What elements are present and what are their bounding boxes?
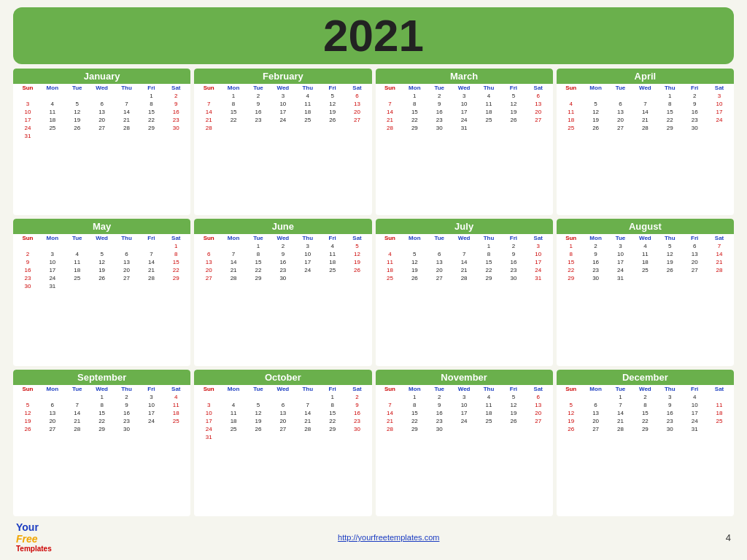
day-cell: 4	[476, 393, 501, 401]
day-cell: 30	[427, 124, 452, 132]
day-cell: 9	[246, 100, 271, 108]
days-grid: 1234567891011121314151617181920212223242…	[196, 92, 369, 133]
day-cell	[196, 393, 221, 401]
day-cell	[246, 124, 271, 132]
day-cell: 1	[402, 393, 427, 401]
day-label-sun: Sun	[378, 85, 403, 91]
month-header-january: January	[13, 69, 190, 84]
day-cell: 1	[320, 393, 345, 401]
day-cell: 1	[163, 242, 188, 250]
day-cell: 22	[632, 417, 657, 425]
day-cell: 24	[707, 116, 732, 124]
month-block-june: JuneSunMonTueWedThuFriSat123456789101112…	[194, 219, 371, 365]
day-cell: 28	[196, 124, 221, 132]
day-cell: 3	[196, 401, 221, 409]
day-cell: 17	[196, 417, 221, 425]
day-cell: 4	[40, 100, 65, 108]
day-label-wed: Wed	[271, 386, 295, 392]
month-body-july: SunMonTueWedThuFriSat1234567891011121314…	[376, 234, 553, 365]
day-cell: 21	[221, 266, 246, 274]
day-cell: 18	[65, 266, 90, 274]
day-cell: 12	[402, 258, 427, 266]
day-cell: 12	[657, 250, 682, 258]
day-cell: 23	[15, 274, 40, 282]
day-cell: 28	[608, 425, 633, 433]
day-cell: 18	[476, 409, 501, 417]
day-label-tue: Tue	[608, 85, 633, 91]
day-cell: 13	[682, 250, 707, 258]
day-cell: 21	[196, 116, 221, 124]
day-cell	[584, 433, 608, 435]
day-label-thu: Thu	[115, 386, 139, 392]
day-cell: 15	[632, 409, 657, 417]
day-cell	[632, 282, 657, 284]
day-cell	[65, 242, 90, 250]
day-cell	[559, 433, 584, 435]
month-body-november: SunMonTueWedThuFriSat1234567891011121314…	[376, 385, 553, 516]
month-body-february: SunMonTueWedThuFriSat1234567891011121314…	[194, 84, 371, 215]
day-cell	[608, 282, 633, 284]
day-cell: 24	[295, 266, 320, 274]
day-cell: 15	[139, 108, 163, 116]
day-cell: 2	[682, 92, 707, 100]
day-cell	[139, 425, 163, 433]
day-cell: 22	[476, 266, 501, 274]
month-header-may: May	[13, 219, 190, 234]
day-cell	[657, 274, 682, 282]
day-cell	[476, 124, 501, 132]
day-cell: 30	[584, 274, 608, 282]
day-cell: 27	[345, 116, 370, 124]
day-label-mon: Mon	[40, 235, 65, 241]
month-body-january: SunMonTueWedThuFriSat1234567891011121314…	[13, 84, 190, 215]
day-cell: 20	[90, 116, 115, 124]
day-cell: 6	[526, 393, 551, 401]
day-cell	[584, 132, 608, 133]
month-header-september: September	[13, 370, 190, 385]
day-cell	[501, 132, 526, 133]
day-cell	[427, 242, 452, 250]
day-label-wed: Wed	[90, 235, 115, 241]
day-cell: 2	[163, 92, 188, 100]
footer: Your Free Templates http://yourfreetempl…	[13, 521, 734, 554]
day-cell: 27	[608, 124, 633, 132]
day-cell: 15	[559, 258, 584, 266]
day-cell	[476, 425, 501, 433]
day-cell: 24	[452, 116, 476, 124]
day-cell	[196, 242, 221, 250]
day-cell: 5	[345, 242, 370, 250]
day-cell	[682, 132, 707, 133]
day-cell: 27	[271, 425, 295, 433]
day-label-fri: Fri	[501, 386, 526, 392]
day-cell	[40, 433, 65, 435]
day-cell: 17	[452, 108, 476, 116]
day-cell: 5	[559, 401, 584, 409]
page: 2021 JanuarySunMonTueWedThuFriSat1234567…	[0, 0, 747, 560]
day-cell: 29	[657, 124, 682, 132]
footer-link[interactable]: http://yourfreetemplates.com	[338, 533, 439, 542]
day-cell	[682, 433, 707, 435]
day-cell: 25	[707, 417, 732, 425]
day-label-sun: Sun	[15, 386, 40, 392]
day-cell: 25	[295, 116, 320, 124]
day-cell	[221, 242, 246, 250]
days-grid: 1234567891011121314151617181920212223242…	[15, 242, 188, 290]
day-cell	[295, 124, 320, 132]
days-grid: 1234567891011121314151617181920212223242…	[378, 92, 551, 133]
day-cell: 9	[345, 401, 370, 409]
day-label-mon: Mon	[40, 85, 65, 91]
day-cell: 6	[526, 92, 551, 100]
day-label-tue: Tue	[608, 235, 633, 241]
day-cell: 26	[559, 425, 584, 433]
days-grid: 1234567891011121314151617181920212223242…	[15, 393, 188, 435]
day-label-sat: Sat	[707, 85, 732, 91]
day-cell: 12	[65, 108, 90, 116]
day-cell: 29	[632, 425, 657, 433]
day-cell: 21	[65, 417, 90, 425]
day-cell: 16	[657, 409, 682, 417]
days-grid: 1234567891011121314151617181920212223242…	[378, 242, 551, 284]
day-label-thu: Thu	[657, 386, 682, 392]
day-cell: 19	[584, 116, 608, 124]
day-cell: 8	[559, 250, 584, 258]
day-cell	[402, 242, 427, 250]
day-cell: 8	[246, 250, 271, 258]
